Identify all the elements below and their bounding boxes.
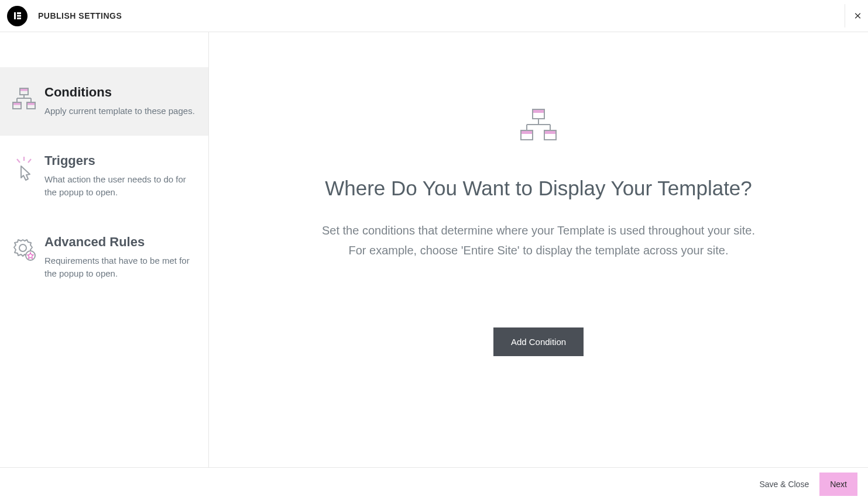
tab-title: Triggers (44, 153, 197, 168)
svg-rect-7 (20, 89, 28, 91)
svg-rect-9 (13, 103, 20, 105)
svg-rect-3 (17, 18, 21, 19)
svg-rect-26 (545, 131, 555, 134)
tab-title: Conditions (44, 85, 197, 100)
elementor-logo (7, 6, 28, 26)
svg-point-19 (19, 244, 26, 251)
next-button[interactable]: Next (819, 473, 857, 496)
main: Conditions Apply current template to the… (0, 32, 868, 467)
svg-line-17 (17, 159, 20, 163)
tab-description: Requirements that have to be met for the… (44, 254, 197, 281)
tab-description: What action the user needs to do for the… (44, 173, 197, 199)
tab-description: Apply current template to these pages. (44, 105, 197, 118)
svg-rect-11 (28, 103, 35, 105)
tab-conditions[interactable]: Conditions Apply current template to the… (0, 67, 208, 136)
gear-star-icon (9, 235, 39, 281)
content-description: Set the conditions that determine where … (322, 220, 755, 260)
tab-triggers[interactable]: Triggers What action the user needs to d… (0, 136, 208, 217)
svg-rect-24 (522, 131, 532, 134)
content-panel: Where Do You Want to Display Your Templa… (209, 32, 868, 467)
svg-rect-0 (14, 12, 16, 19)
hierarchy-icon (9, 85, 39, 118)
svg-line-18 (28, 159, 31, 163)
hierarchy-large-icon (520, 108, 557, 144)
close-icon (855, 11, 861, 21)
add-condition-button[interactable]: Add Condition (493, 327, 584, 356)
content-heading: Where Do You Want to Display Your Templa… (325, 177, 752, 200)
tab-advanced-rules[interactable]: Advanced Rules Requirements that have to… (0, 217, 208, 298)
svg-rect-1 (17, 12, 21, 14)
sidebar: Conditions Apply current template to the… (0, 32, 209, 467)
header: PUBLISH SETTINGS (0, 0, 868, 32)
click-icon (9, 153, 39, 199)
save-close-button[interactable]: Save & Close (759, 480, 809, 489)
close-button[interactable] (845, 4, 861, 27)
header-title: PUBLISH SETTINGS (38, 11, 122, 20)
svg-rect-2 (17, 15, 21, 17)
tab-title: Advanced Rules (44, 235, 197, 250)
svg-rect-22 (533, 110, 544, 113)
footer: Save & Close Next (0, 467, 868, 500)
